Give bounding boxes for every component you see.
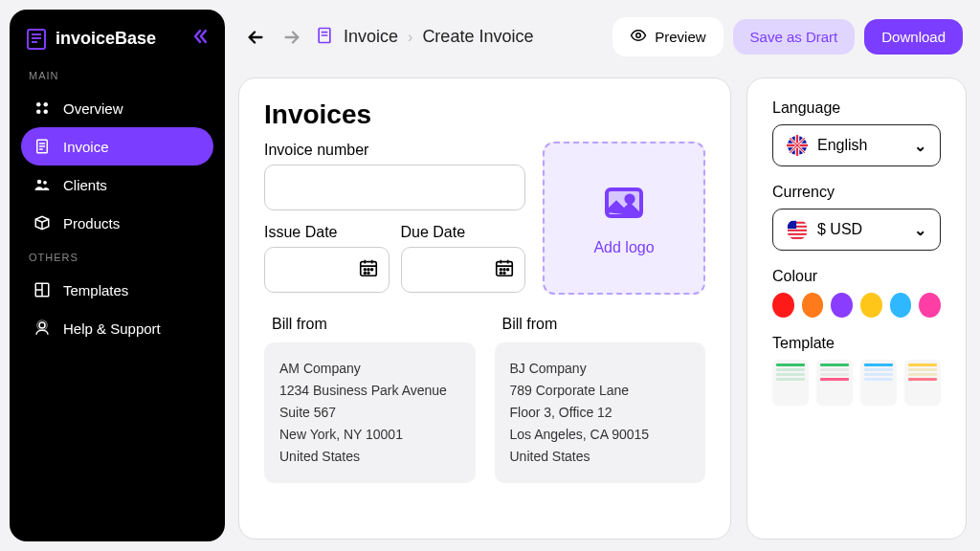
issue-date-input[interactable] — [264, 247, 390, 293]
eye-icon — [630, 27, 647, 47]
page-title: Invoices — [264, 99, 705, 130]
sidebar-item-label: Overview — [63, 100, 123, 117]
sidebar-item-label: Help & Support — [63, 320, 161, 337]
brand-logo-icon — [25, 28, 48, 51]
back-arrow-icon[interactable] — [242, 24, 269, 51]
invoice-card: Invoices Invoice number Issue Date — [238, 77, 731, 540]
us-flag-icon — [787, 219, 808, 240]
colour-swatch-4[interactable] — [890, 293, 912, 318]
sidebar-item-clients[interactable]: Clients — [21, 165, 213, 204]
bill-from-line2: Suite 567 — [279, 402, 460, 424]
sidebar-item-label: Clients — [63, 177, 107, 193]
chevron-down-icon: ⌄ — [914, 137, 926, 155]
svg-point-3 — [36, 110, 41, 115]
sidebar: invoiceBase MAIN Overview Invoice Client… — [10, 10, 225, 541]
settings-card: Language English ⌄ Currency $ USD ⌄ Colo… — [746, 77, 967, 540]
sidebar-section-others: OTHERS — [29, 252, 206, 263]
svg-point-6 — [37, 180, 42, 185]
svg-rect-31 — [788, 230, 807, 231]
svg-point-4 — [44, 110, 49, 115]
svg-point-21 — [503, 269, 505, 271]
svg-point-1 — [36, 102, 41, 107]
bill-to-box[interactable]: BJ Company 789 Corporate Lane Floor 3, O… — [495, 342, 706, 483]
products-icon — [33, 213, 52, 232]
bill-to-label: Bill from — [495, 316, 706, 333]
svg-point-17 — [364, 273, 366, 275]
bill-from-box[interactable]: AM Company 1234 Business Park Avenue Sui… — [264, 342, 476, 483]
breadcrumb-child: Create Invoice — [422, 27, 533, 47]
sidebar-section-main: MAIN — [29, 70, 206, 81]
svg-rect-32 — [788, 233, 807, 235]
svg-point-24 — [503, 273, 505, 275]
colour-swatch-2[interactable] — [831, 293, 853, 318]
currency-select[interactable]: $ USD ⌄ — [772, 209, 941, 251]
download-label: Download — [881, 29, 946, 45]
svg-point-7 — [43, 181, 47, 185]
bill-to-line1: 789 Corporate Lane — [510, 380, 691, 402]
breadcrumb-current[interactable]: Invoice — [344, 27, 398, 47]
bill-to-line2: Floor 3, Office 12 — [510, 402, 691, 424]
svg-point-12 — [636, 33, 641, 38]
bill-from-line1: 1234 Business Park Avenue — [279, 380, 460, 402]
main-area: Invoice › Create Invoice Preview Save as… — [234, 0, 980, 551]
bill-from-country: United States — [279, 446, 460, 468]
download-button[interactable]: Download — [864, 19, 963, 55]
due-date-input[interactable] — [401, 247, 526, 293]
template-thumbnail-2[interactable] — [860, 360, 897, 406]
sidebar-item-label: Invoice — [63, 139, 109, 155]
sidebar-item-label: Templates — [63, 282, 128, 298]
svg-point-23 — [500, 273, 501, 275]
preview-label: Preview — [655, 29, 705, 45]
image-icon — [601, 180, 647, 230]
preview-button[interactable]: Preview — [612, 17, 723, 56]
templates-icon — [33, 280, 52, 299]
sidebar-item-templates[interactable]: Templates — [21, 271, 213, 309]
bill-from-company: AM Company — [279, 358, 460, 380]
colour-swatch-5[interactable] — [919, 293, 941, 318]
colour-swatch-1[interactable] — [802, 293, 824, 318]
collapse-icon[interactable] — [190, 27, 210, 51]
add-logo-label: Add logo — [593, 239, 654, 256]
sidebar-item-invoice[interactable]: Invoice — [21, 127, 213, 165]
breadcrumb-invoice-icon — [315, 26, 334, 49]
add-logo-dropzone[interactable]: Add logo — [543, 142, 705, 295]
svg-rect-34 — [788, 221, 796, 229]
save-draft-button[interactable]: Save as Drart — [733, 19, 856, 55]
svg-point-20 — [500, 269, 501, 271]
svg-point-2 — [44, 102, 49, 107]
colour-label: Colour — [772, 268, 941, 285]
sidebar-item-help[interactable]: Help & Support — [21, 309, 213, 347]
template-thumbnail-3[interactable] — [904, 360, 941, 406]
template-thumbnail-1[interactable] — [816, 360, 853, 406]
invoice-number-input[interactable] — [264, 165, 525, 210]
language-value: English — [817, 137, 867, 154]
bill-from-label: Bill from — [264, 316, 476, 333]
bill-to-company: BJ Company — [510, 358, 691, 380]
sidebar-item-overview[interactable]: Overview — [21, 89, 213, 127]
draft-label: Save as Drart — [750, 29, 838, 45]
calendar-icon — [494, 257, 515, 282]
colour-swatch-3[interactable] — [860, 293, 882, 318]
svg-point-18 — [368, 273, 369, 275]
brand: invoiceBase — [21, 27, 213, 51]
bill-to-country: United States — [510, 446, 691, 468]
currency-label: Currency — [772, 184, 941, 201]
language-select[interactable]: English ⌄ — [772, 124, 941, 166]
content-row: Invoices Invoice number Issue Date — [238, 77, 967, 540]
forward-arrow-icon — [278, 24, 305, 51]
colour-swatches — [772, 293, 941, 318]
svg-point-9 — [39, 322, 45, 328]
template-thumbnail-0[interactable] — [772, 360, 809, 406]
svg-point-14 — [364, 269, 366, 271]
svg-point-26 — [626, 195, 633, 202]
brand-name: invoiceBase — [56, 29, 156, 49]
sidebar-item-products[interactable]: Products — [21, 204, 213, 242]
uk-flag-icon — [787, 135, 808, 156]
currency-value: $ USD — [817, 221, 862, 238]
language-label: Language — [772, 99, 941, 117]
template-thumbnails — [772, 360, 941, 406]
clients-icon — [33, 175, 52, 194]
svg-rect-33 — [788, 237, 807, 239]
invoice-number-label: Invoice number — [264, 142, 525, 159]
colour-swatch-0[interactable] — [772, 293, 794, 318]
